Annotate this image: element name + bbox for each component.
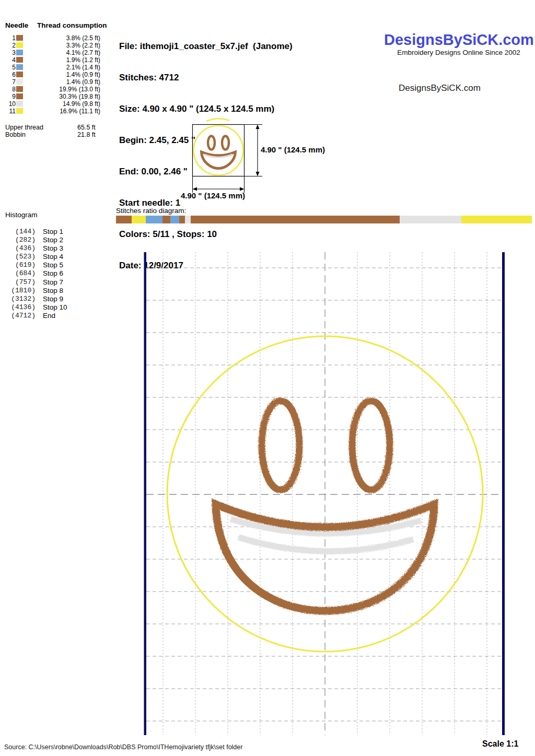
bobbin-row: Bobbin21.8 ft	[5, 132, 96, 139]
print-preview-page: { "needle_table": { "header_needle": "Ne…	[0, 0, 535, 756]
thread-color-swatch	[16, 93, 23, 99]
histogram-row: (1810)Stop 8	[4, 287, 67, 295]
needle-number: 7	[0, 78, 16, 86]
logo-subtitle: Embroidery Designs Online Since 2002	[384, 49, 533, 56]
preview-mouth	[202, 152, 236, 169]
needle-number: 8	[0, 86, 16, 93]
needle-column-header: Needle	[5, 21, 28, 29]
width-dimension-arrow	[193, 187, 245, 191]
ratio-segment	[185, 216, 191, 223]
needle-number: 3	[0, 49, 16, 56]
stitch-count: (619)	[4, 261, 36, 269]
stitch-count: (144)	[4, 228, 36, 236]
preview-right-eye	[222, 136, 229, 150]
stitch-count: (3132)	[4, 295, 36, 303]
stop-label: Stop 8	[43, 287, 63, 295]
thread-color-swatch	[16, 42, 23, 48]
stitch-count: (4136)	[4, 303, 36, 312]
ratio-segment	[461, 216, 532, 223]
hoop-right-edge	[502, 252, 505, 735]
thread-consumption-value: 1.9% (1.2 ft)	[23, 56, 100, 64]
eye-stitches	[262, 401, 390, 490]
needle-number: 9	[0, 93, 16, 100]
needle-row: 34.1% (2.7 ft)	[0, 49, 104, 56]
needle-row: 23.3% (2.2 ft)	[0, 42, 104, 49]
site-name-text: DesignsBySiCK.com	[399, 83, 481, 93]
thread-color-swatch	[16, 72, 23, 77]
needle-number: 5	[0, 64, 16, 71]
thread-consumption-value: 2.1% (1.4 ft)	[23, 64, 100, 71]
upper-thread-value: 65.5 ft	[77, 124, 96, 131]
ratio-segment	[132, 216, 145, 223]
histogram-row: (684)Stop 6	[4, 269, 67, 278]
upper-thread-row: Upper thread65.5 ft	[5, 124, 96, 132]
left-eye	[262, 401, 299, 490]
needle-row: 41.9% (1.2 ft)	[0, 56, 104, 64]
needle-number: 2	[0, 42, 16, 49]
ratio-segment	[400, 216, 462, 223]
needle-row: 1116.9% (11.1 ft)	[0, 108, 104, 115]
histogram-stop-list: (144)Stop 1(282)Stop 2(436)Stop 3(523)St…	[4, 228, 67, 320]
histogram-row: (282)Stop 2	[4, 236, 67, 244]
stop-label: Stop 1	[43, 228, 63, 236]
right-eye	[352, 401, 390, 490]
ratio-segment	[162, 216, 170, 223]
stop-label: Stop 3	[43, 244, 63, 253]
preview-width-label: 4.90 " (124.5 mm)	[181, 191, 245, 200]
scale-label: Scale 1:1	[482, 739, 518, 749]
histogram-row: (3132)Stop 9	[4, 295, 67, 303]
size-line: Size: 4.90 x 4.90 " (124.5 x 124.5 mm)	[119, 104, 293, 114]
histogram-row: (619)Stop 5	[4, 261, 67, 269]
stitches-ratio-label: Stitches ratio diagram:	[116, 207, 186, 215]
thread-consumption-value: 16.9% (11.1 ft)	[23, 108, 100, 115]
ratio-segment	[116, 216, 132, 223]
grid-lines	[146, 252, 502, 735]
bobbin-label: Bobbin	[5, 132, 77, 139]
colors-stops-line: Colors: 5/11 , Stops: 10	[119, 229, 293, 240]
stop-label: Stop 7	[43, 278, 63, 287]
stop-label: Stop 10	[43, 303, 67, 312]
thread-consumption-value: 1.4% (0.9 ft)	[23, 71, 100, 78]
thread-totals: Upper thread65.5 ft Bobbin21.8 ft	[5, 124, 96, 138]
needle-table: 13.8% (2.5 ft)23.3% (2.2 ft)34.1% (2.7 f…	[0, 34, 104, 115]
stop-label: Stop 4	[43, 253, 63, 261]
histogram-row: (4712)End	[4, 312, 67, 320]
needle-row: 52.1% (1.4 ft)	[0, 64, 104, 71]
thread-color-swatch	[16, 50, 23, 55]
thread-color-swatch	[16, 79, 23, 85]
thread-color-swatch	[16, 101, 23, 107]
stitch-count: (4712)	[4, 312, 36, 320]
ratio-segment	[179, 216, 185, 223]
needle-row: 819.9% (13.0 ft)	[0, 86, 104, 93]
teeth-line-lower	[238, 537, 413, 551]
needle-row: 1014.9% (9.8 ft)	[0, 100, 104, 108]
height-dimension-arrow	[256, 125, 260, 176]
needle-number: 1	[0, 34, 16, 42]
needle-number: 4	[0, 56, 16, 64]
thread-color-swatch	[16, 64, 23, 70]
thread-color-swatch	[16, 86, 23, 92]
thread-color-swatch	[16, 57, 23, 63]
thread-consumption-value: 4.1% (2.7 ft)	[23, 49, 100, 56]
stitch-count: (757)	[4, 278, 36, 287]
stitches-line: Stitches: 4712	[119, 73, 293, 83]
logo-title: DesignsBySiCK.com	[384, 31, 533, 48]
designsbysick-logo: DesignsBySiCK.com Embroidery Designs Onl…	[384, 31, 533, 56]
ratio-segment	[170, 216, 179, 223]
thread-consumption-value: 3.3% (2.2 ft)	[23, 42, 100, 49]
histogram-row: (4136)Stop 10	[4, 303, 67, 312]
hoop-left-edge	[144, 252, 147, 735]
thread-consumption-value: 3.8% (2.5 ft)	[23, 34, 100, 42]
file-name-line: File: ithemoji1_coaster_5x7.jef (Janome)	[119, 41, 293, 52]
needle-number: 10	[0, 100, 16, 108]
preview-height-label: 4.90 " (124.5 mm)	[261, 145, 325, 154]
stop-label: Stop 2	[43, 236, 63, 244]
thread-consumption-column-header: Thread consumption	[37, 21, 107, 29]
needle-number: 6	[0, 71, 16, 78]
stop-label: Stop 9	[43, 295, 63, 303]
ratio-segment	[191, 216, 273, 223]
needle-row: 930.3% (19.8 ft)	[0, 93, 104, 100]
stop-label: Stop 5	[43, 261, 63, 269]
histogram-row: (144)Stop 1	[4, 228, 67, 236]
upper-thread-label: Upper thread	[5, 124, 77, 132]
